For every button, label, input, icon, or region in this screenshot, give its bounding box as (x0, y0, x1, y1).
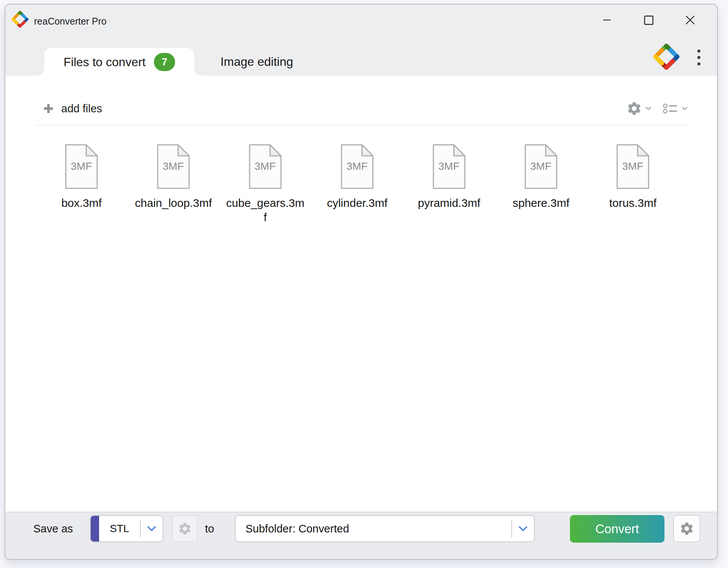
maximize-icon (644, 16, 653, 25)
file-type-icon: 3MF (247, 143, 283, 190)
file-toolbar: add files (5, 76, 717, 125)
output-format-value: STL (99, 523, 140, 535)
tab-editing-label: Image editing (220, 55, 293, 69)
app-logo-icon (11, 11, 29, 28)
file-item[interactable]: 3MF pyramid.3mf (403, 143, 495, 224)
destination-value: Subfolder: Converted (236, 523, 511, 535)
tab-image-editing[interactable]: Image editing (194, 48, 319, 76)
gear-icon (679, 521, 694, 536)
toolbar-divider (37, 125, 690, 126)
chevron-down-icon (646, 107, 651, 110)
tab-files-label: Files to convert (64, 55, 146, 69)
file-name: torus.3mf (609, 196, 657, 210)
to-label: to (205, 515, 214, 542)
close-button[interactable] (681, 11, 699, 29)
close-icon (685, 15, 695, 25)
titlebar: reaConverter Pro (5, 5, 717, 42)
minimize-icon (602, 16, 612, 25)
format-dropdown-arrow[interactable] (141, 526, 163, 532)
format-settings-button[interactable] (172, 515, 197, 542)
file-item[interactable]: 3MF sphere.3mf (495, 143, 587, 224)
chevron-down-icon (682, 107, 688, 110)
list-view-icon (663, 103, 678, 114)
file-name: chain_loop.3mf (135, 196, 212, 210)
file-name: cylinder.3mf (327, 196, 387, 210)
file-type-icon: 3MF (615, 143, 651, 190)
list-settings-button[interactable] (626, 101, 651, 116)
add-files-button[interactable]: add files (43, 101, 102, 116)
overflow-menu-button[interactable] (691, 45, 707, 70)
file-type-label: 3MF (530, 160, 551, 172)
minimize-button[interactable] (598, 11, 616, 29)
window-controls (598, 11, 699, 29)
dot-icon (697, 50, 700, 53)
file-type-label: 3MF (255, 160, 276, 172)
file-name: cube_gears.3mf (226, 196, 305, 224)
file-type-icon: 3MF (155, 143, 191, 190)
file-name: box.3mf (61, 196, 102, 210)
file-item[interactable]: 3MF torus.3mf (587, 143, 679, 224)
add-files-label: add files (61, 102, 102, 115)
convert-settings-button[interactable] (673, 515, 700, 542)
gear-icon (178, 521, 192, 536)
file-type-icon: 3MF (64, 143, 99, 190)
convert-button[interactable]: Convert (570, 515, 664, 543)
chevron-down-icon (147, 526, 156, 532)
save-as-label: Save as (33, 515, 73, 542)
destination-select[interactable]: Subfolder: Converted (235, 515, 535, 542)
file-type-icon: 3MF (339, 143, 375, 190)
plus-icon (43, 103, 54, 114)
file-type-icon: 3MF (523, 143, 559, 190)
dot-icon (697, 56, 700, 59)
app-window: reaConverter Pro Files to convert 7 Imag… (5, 4, 718, 560)
file-type-label: 3MF (163, 160, 184, 172)
file-item[interactable]: 3MF box.3mf (36, 143, 127, 224)
maximize-button[interactable] (640, 11, 657, 29)
content-panel: add files 3MF box.3mf (5, 76, 717, 512)
brand-logo-icon (653, 43, 680, 70)
footer-bar: Save as STL to Subfolder: Converted Conv… (5, 512, 717, 559)
window-title: reaConverter Pro (34, 16, 107, 27)
destination-dropdown-arrow[interactable] (512, 526, 534, 532)
file-name: sphere.3mf (512, 196, 569, 210)
file-item[interactable]: 3MF cylinder.3mf (311, 143, 403, 224)
file-grid: 3MF box.3mf 3MF chain_loop.3mf 3MF cube_… (36, 143, 679, 224)
file-type-label: 3MF (622, 160, 643, 172)
format-accent-bar (91, 516, 99, 542)
dot-icon (697, 62, 700, 65)
file-item[interactable]: 3MF chain_loop.3mf (127, 143, 219, 224)
view-mode-button[interactable] (663, 103, 688, 114)
file-count-badge: 7 (154, 53, 175, 71)
file-type-label: 3MF (346, 160, 368, 172)
output-format-select[interactable]: STL (90, 515, 163, 542)
file-name: pyramid.3mf (418, 196, 480, 210)
file-type-icon: 3MF (431, 143, 467, 190)
file-item[interactable]: 3MF cube_gears.3mf (219, 143, 311, 224)
gear-icon (626, 101, 642, 116)
file-type-label: 3MF (438, 160, 459, 172)
chevron-down-icon (518, 526, 528, 532)
file-type-label: 3MF (71, 160, 92, 172)
view-controls (626, 101, 688, 116)
tab-files-to-convert[interactable]: Files to convert 7 (44, 48, 194, 76)
